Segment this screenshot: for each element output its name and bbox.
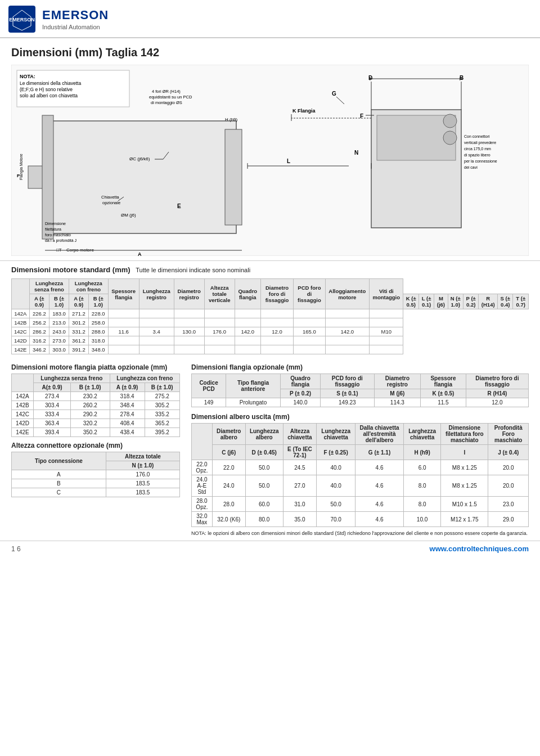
svg-text:Le dimensioni della chiavetta: Le dimensioni della chiavetta [20,80,81,86]
fo-spessore: Spessore flangia [421,374,466,389]
svg-text:K Flangia: K Flangia [292,108,316,114]
svg-rect-9 [45,121,236,233]
flangia-piatta-table: Lunghezza senza freno Lunghezza con fren… [11,374,180,437]
svg-text:foro maschiato: foro maschiato [45,233,71,237]
table-row: 142D316.2273.0361.2318.0 [12,336,529,345]
conn-n-header: N (± 1.0) [106,461,179,470]
s04-header: S (± 0.4) [498,294,513,309]
svg-text:equidistanti su un PCD: equidistanti su un PCD [149,94,192,100]
alb-lung: Lunghezza albero [245,424,283,445]
table-row: 142A273.4230.2318.4275.2 [12,392,180,401]
table-row: B183.5 [12,479,180,488]
alb-j04: J (± 0.4) [488,445,529,460]
bottom-right-section: Dimensioni flangia opzionale (mm) Codice… [191,363,529,536]
a09-header: A (± 0.9) [29,294,49,309]
alb-d045: D (± 0.45) [245,445,283,460]
svg-text:da I a profondità J: da I a profondità J [45,238,76,243]
svg-text:opzionale: opzionale [102,200,120,205]
svg-text:D: D [368,75,372,81]
a09b-header: A (± 0.9) [69,294,89,309]
alb-f025: F (± 0.25) [317,445,356,460]
svg-text:di spazio libero: di spazio libero [464,153,490,158]
table-row: 142B256.2213.0301.2258.0 [12,318,529,327]
conn-altezza-header: Altezza totale [106,452,179,461]
fp-table-body: 142A273.4230.2318.4275.2142B303.4260.234… [12,392,180,437]
svg-text:filettatura: filettatura [45,227,61,231]
t07-header: T (± 0.7) [513,294,529,309]
albero-table: Diametro albero Lunghezza albero Altezza… [191,423,529,527]
connettore-table: Tipo connessione Altezza totale N (± 1.0… [11,452,180,497]
lunghezza-senza-header: Lunghezza senza freno [29,279,69,294]
svg-text:ØM (j6): ØM (j6) [121,213,136,218]
lunghezza-con-header: Lunghezza con freno [69,279,108,294]
alb-e-iec: E (To IEC 72-1) [283,445,316,460]
fp-b10: B (± 1.0) [70,383,110,392]
alb-dim-fil: Dimensione filettatura foro maschiato [441,424,488,445]
emerson-logo-icon: EMERSON [8,6,35,33]
mj6-header: M (j6) [434,294,448,309]
alb-label [192,424,213,460]
conn-table-body: A176.0B183.5C183.5 [12,470,180,497]
table-row: 142C333.4290.2278.4335.2 [12,410,180,419]
diametro-foro-header: Diametro foro di fissaggio [260,279,293,309]
fo-k05: K (± 0.5) [421,389,466,398]
fp-a09: A(± 0.9) [34,383,71,392]
alb-larg: Larghezza chiavetta [404,424,441,445]
page-footer: 1 6 www.controltechniques.com [0,541,540,556]
svg-text:Flangia Motore: Flangia Motore [19,154,24,180]
fp-model-header [12,374,34,392]
alb-table-body: 22.0 Opz.22.050.024.540.04.66.0M8 x 1.25… [192,460,529,527]
table-row: 32.0 Max32.0 (K6)80.035.070.04.610.0M12 … [192,512,529,527]
svg-point-15 [443,114,457,128]
fp-senza-header: Lunghezza senza freno [34,374,110,383]
fp-b10b: B (± 1.0) [145,383,179,392]
alb-header-1: Diametro albero Lunghezza albero Altezza… [192,424,529,445]
fo-tipo: Tipo flangia anteriore [226,374,281,398]
fo-pcd: PCD foro di fissaggio [321,374,375,389]
alb-alt-chiav: Altezza chiavetta [283,424,316,445]
alb-prof: Profondità Foro maschiato [488,424,529,445]
fo-codice: Codice PCD [192,374,226,398]
fo-diametro: Diametro registro [374,374,421,389]
n10-header: N (± 1.0) [448,294,463,309]
brand-name: EMERSON [42,8,109,22]
pcd-foro-header: PCD foro di fissaggio [294,279,325,309]
fo-mj6: M (j6) [374,389,421,398]
lunghezza-registro-header: Lunghezza registro [139,279,174,309]
fo-s01: S (± 0.1) [321,389,375,398]
connettore-title: Altezza connettore opzionale (mm) [11,442,180,449]
alb-i: I [441,445,488,460]
table-header-row-1: Lunghezza senza freno Lunghezza con fren… [12,279,529,294]
svg-text:dei cavi: dei cavi [464,165,478,169]
flangia-opz-title: Dimensioni flangia opzionale (mm) [191,363,529,371]
altezza-totale-header: Altezza totale verticale [204,279,235,309]
rh14-header: R (H14) [479,294,498,309]
standard-table-body: 142A226.2183.0271.2228.0142B256.2213.030… [12,309,529,354]
table-row: 142D363.4320.2408.4365.2 [12,419,180,428]
technical-diagram: NOTA: Le dimensioni della chiavetta (E;F… [0,65,540,256]
table-row: 142E393.4350.2438.4395.2 [12,428,180,437]
svg-text:E: E [177,203,181,209]
table-row: C183.5 [12,488,180,497]
table-row: 22.0 Opz.22.050.024.540.04.66.0M8 x 1.25… [192,460,529,475]
brand-subtitle: Industrial Automation [42,24,109,30]
svg-point-16 [443,131,457,145]
fo-p02: P (± 0.2) [280,389,320,398]
fp-con-header: Lunghezza con freno [110,374,179,383]
standard-dimensions-table: Lunghezza senza freno Lunghezza con fren… [11,278,529,354]
alb-dalla: Dalla chiavetta all'estremità dell'alber… [356,424,404,445]
diagram-svg: NOTA: Le dimensioni della chiavetta (E;F… [11,65,529,256]
svg-text:di montaggio ØS: di montaggio ØS [151,100,182,105]
p02-header: P (± 0.2) [464,294,479,309]
alb-header-2: C (j6) D (± 0.45) E (To IEC 72-1) F (± 0… [192,445,529,460]
table-row: 142C286.2243.0331.2288.011.63.4130.0176.… [12,327,529,336]
fp-header-1: Lunghezza senza freno Lunghezza con fren… [12,374,180,383]
svg-rect-12 [225,129,242,225]
svg-text:verticali prevedere: verticali prevedere [464,141,496,145]
model-col-header [12,279,30,309]
fo-header-1: Codice PCD Tipo flangia anteriore Quadro… [192,374,529,389]
alloggiamento-header: Alloggiamento motore [325,279,370,309]
svg-text:B: B [460,75,464,81]
conn-header: Tipo connessione Altezza totale [12,452,180,461]
b10b-header: B (± 1.0) [88,294,108,309]
